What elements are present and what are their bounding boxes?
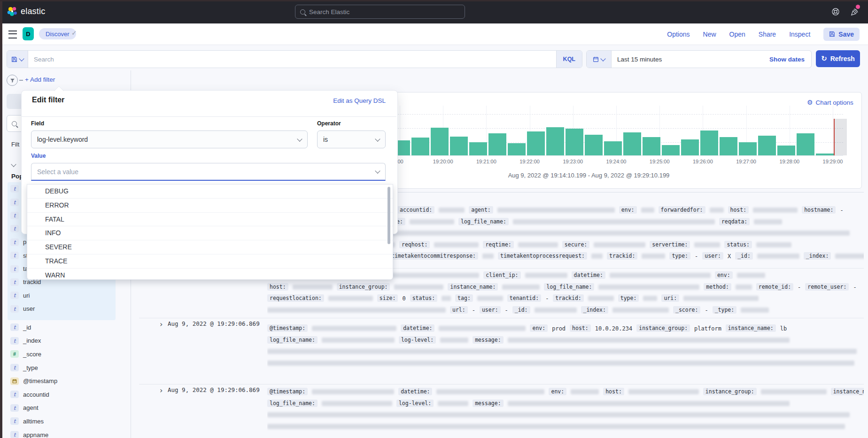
string-field-icon: t xyxy=(10,417,19,425)
histogram-bars[interactable] xyxy=(334,106,843,155)
elastic-logo-icon[interactable] xyxy=(7,7,17,17)
space-badge[interactable]: D xyxy=(23,27,34,40)
histogram-bar[interactable] xyxy=(643,137,660,155)
field-name-chip: remote_user: xyxy=(805,283,849,291)
value-option-debug[interactable]: DEBUG xyxy=(27,184,393,199)
field-value: - xyxy=(798,282,801,293)
document-row[interactable]: ›Aug 9, 2022 @ 19:29:06.869@timestamp:da… xyxy=(139,384,864,438)
filter-set-button[interactable] xyxy=(7,75,18,86)
histogram-bar[interactable] xyxy=(739,142,757,155)
dropdown-scrollbar[interactable] xyxy=(388,187,390,244)
redacted-value xyxy=(628,389,699,394)
redacted-value xyxy=(394,284,443,290)
nav-link-open[interactable]: Open xyxy=(729,31,745,38)
histogram-bar[interactable] xyxy=(777,146,795,155)
date-picker[interactable]: Last 15 minutes Show dates xyxy=(586,50,812,68)
field-list-item[interactable]: #_score xyxy=(8,347,125,361)
document-row[interactable]: ›Aug 9, 2022 @ 19:29:06.869@timestamp:da… xyxy=(139,318,864,384)
field-name-chip: instance_group: xyxy=(636,324,690,332)
histogram-bar[interactable] xyxy=(797,133,814,155)
field-name: user xyxy=(23,305,35,312)
field-name-chip: secure: xyxy=(562,241,589,248)
field-list-item[interactable]: t_id xyxy=(8,321,125,334)
show-dates-button[interactable]: Show dates xyxy=(769,56,811,63)
x-axis-tick-label: 19:29:00 xyxy=(816,159,849,164)
nav-link-inspect[interactable]: Inspect xyxy=(789,31,810,38)
date-quick-menu-button[interactable] xyxy=(587,51,612,68)
field-list-item[interactable]: @timestamp xyxy=(8,374,125,388)
field-list-item[interactable]: t_type xyxy=(8,361,125,375)
menu-icon[interactable] xyxy=(8,31,17,38)
histogram-bar[interactable] xyxy=(700,131,718,155)
newsfeed-icon[interactable] xyxy=(850,8,859,16)
field-list-item[interactable]: talltimes xyxy=(8,415,125,428)
field-list-item[interactable]: tappname xyxy=(8,428,125,438)
histogram-bar[interactable] xyxy=(411,138,429,155)
histogram-bar[interactable] xyxy=(720,137,737,155)
save-button[interactable]: Save xyxy=(823,28,860,41)
histogram-bar[interactable] xyxy=(585,135,603,155)
field-name: accountid xyxy=(23,391,49,398)
chevron-down-icon[interactable] xyxy=(12,160,16,168)
nav-link-share[interactable]: Share xyxy=(759,31,776,38)
nav-link-options[interactable]: Options xyxy=(667,31,690,38)
histogram-bar[interactable] xyxy=(681,139,699,155)
field-list-item[interactable]: turi xyxy=(8,289,125,302)
value-combobox[interactable]: Select a value xyxy=(31,163,386,181)
refresh-button[interactable]: ↻ Refresh xyxy=(816,50,860,67)
histogram-bar[interactable] xyxy=(662,145,680,155)
redacted-value xyxy=(439,326,526,331)
field-list-item[interactable]: t_index xyxy=(8,334,125,348)
expand-row-icon[interactable]: › xyxy=(160,386,163,395)
histogram-bar[interactable] xyxy=(508,143,526,155)
chart-options-button[interactable]: ⚙ Chart options xyxy=(807,99,853,106)
value-option-fatal[interactable]: FATAL xyxy=(27,213,393,227)
histogram-bar[interactable] xyxy=(431,128,449,155)
value-option-trace[interactable]: TRACE xyxy=(27,254,393,269)
value-option-warn[interactable]: WARN xyxy=(27,269,393,280)
breadcrumb[interactable]: Discover xyxy=(39,28,76,39)
histogram-bar[interactable] xyxy=(758,136,776,155)
histogram-bar[interactable] xyxy=(623,132,641,155)
help-icon[interactable] xyxy=(831,8,840,16)
value-option-error[interactable]: ERROR xyxy=(27,199,393,213)
edit-as-query-dsl-link[interactable]: Edit as Query DSL xyxy=(256,97,386,104)
field-list-item[interactable]: tuser xyxy=(8,302,125,315)
histogram-bar[interactable] xyxy=(469,142,487,155)
redacted-value xyxy=(502,284,540,290)
nav-link-new[interactable]: New xyxy=(703,31,716,38)
saved-query-menu-button[interactable] xyxy=(7,51,28,68)
histogram-bar[interactable] xyxy=(566,129,583,155)
histogram-bar[interactable] xyxy=(604,141,622,155)
field-label: Field xyxy=(31,120,44,127)
query-language-button[interactable]: KQL xyxy=(556,51,582,68)
redacted-value xyxy=(513,219,715,224)
filter-by-type-label[interactable]: Filt xyxy=(11,141,19,148)
query-input[interactable]: Search KQL xyxy=(7,50,582,68)
field-list-item[interactable]: tagent xyxy=(8,401,125,415)
value-option-severe[interactable]: SEVERE xyxy=(27,240,393,254)
field-name: @timestamp xyxy=(23,377,57,384)
string-field-icon: t xyxy=(10,278,19,286)
histogram-bar[interactable] xyxy=(527,131,545,155)
global-search-input[interactable]: Search Elastic xyxy=(295,5,465,19)
document-timestamp: Aug 9, 2022 @ 19:29:06.869 xyxy=(168,386,260,393)
field-select[interactable]: log-level.keyword xyxy=(31,131,308,148)
histogram-bar[interactable] xyxy=(546,127,564,155)
save-icon xyxy=(829,31,835,37)
histogram-bar[interactable] xyxy=(488,133,506,155)
operator-select[interactable]: is xyxy=(317,131,386,148)
window-edge-top xyxy=(0,0,868,1)
field-name: _score xyxy=(23,351,41,358)
field-list-item[interactable]: taccountid xyxy=(8,388,125,401)
expand-row-icon[interactable]: › xyxy=(160,320,163,329)
histogram-bar[interactable] xyxy=(450,137,468,155)
string-field-icon: t xyxy=(10,305,19,313)
string-field-icon: t xyxy=(10,238,19,246)
redacted-value xyxy=(598,284,699,290)
field-name-chip: method: xyxy=(704,283,731,291)
add-filter-button[interactable]: + Add filter xyxy=(25,76,55,83)
field-name-chip: tenantid: xyxy=(507,294,541,302)
field-name-chip: @timestamp: xyxy=(267,324,308,332)
value-option-info[interactable]: INFO xyxy=(27,226,393,240)
